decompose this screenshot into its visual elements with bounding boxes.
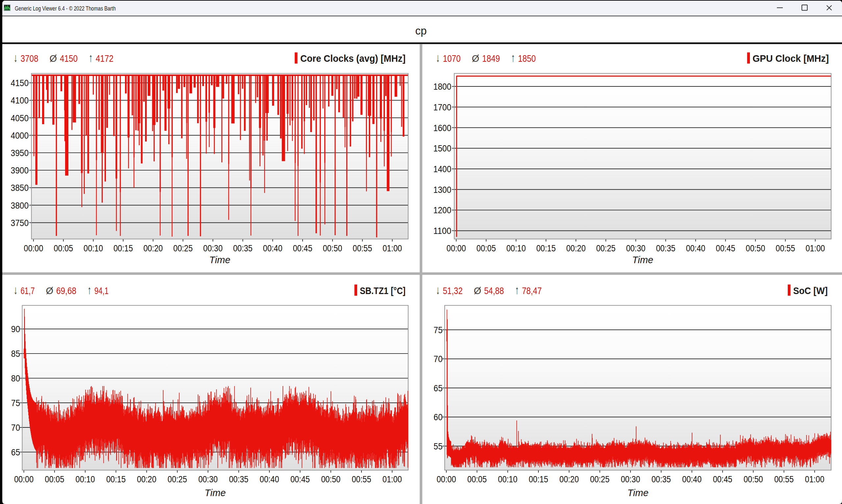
svg-text:55: 55 bbox=[433, 441, 442, 451]
svg-text:00:45: 00:45 bbox=[713, 474, 732, 484]
svg-text:78,47: 78,47 bbox=[522, 286, 542, 296]
svg-text:↑: ↑ bbox=[89, 51, 93, 65]
svg-text:00:40: 00:40 bbox=[686, 243, 705, 253]
svg-text:Ø: Ø bbox=[474, 286, 482, 296]
svg-text:00:20: 00:20 bbox=[137, 474, 156, 484]
svg-text:00:30: 00:30 bbox=[198, 474, 218, 484]
svg-text:54,88: 54,88 bbox=[484, 286, 504, 296]
svg-text:1200: 1200 bbox=[433, 205, 451, 215]
svg-text:00:05: 00:05 bbox=[54, 243, 73, 253]
svg-text:↑: ↑ bbox=[515, 283, 519, 297]
svg-text:01:00: 01:00 bbox=[805, 474, 824, 484]
svg-text:00:35: 00:35 bbox=[229, 474, 248, 484]
svg-text:00:50: 00:50 bbox=[323, 243, 342, 253]
svg-text:↓: ↓ bbox=[436, 283, 440, 297]
svg-text:00:00: 00:00 bbox=[14, 474, 34, 484]
svg-text:↓: ↓ bbox=[14, 51, 18, 65]
svg-text:SoC [W]: SoC [W] bbox=[793, 285, 828, 296]
svg-text:1100: 1100 bbox=[433, 226, 451, 236]
svg-text:00:55: 00:55 bbox=[776, 243, 795, 253]
svg-text:Generic Log Viewer 6.4 - © 20: Generic Log Viewer 6.4 - © 2022 Thomas B… bbox=[15, 5, 116, 12]
svg-text:Core Clocks (avg) [MHz]: Core Clocks (avg) [MHz] bbox=[300, 53, 406, 64]
svg-text:3750: 3750 bbox=[11, 218, 29, 228]
svg-text:1500: 1500 bbox=[433, 143, 451, 154]
svg-text:00:45: 00:45 bbox=[716, 243, 735, 253]
svg-text:00:25: 00:25 bbox=[168, 474, 187, 484]
svg-text:65: 65 bbox=[433, 383, 442, 393]
svg-text:61,7: 61,7 bbox=[21, 286, 35, 296]
svg-text:↑: ↑ bbox=[87, 283, 91, 297]
svg-text:3708: 3708 bbox=[21, 53, 38, 64]
svg-text:Time: Time bbox=[632, 255, 653, 265]
svg-text:80: 80 bbox=[11, 373, 20, 383]
svg-text:1800: 1800 bbox=[433, 82, 451, 92]
svg-text:GPU Clock [MHz]: GPU Clock [MHz] bbox=[753, 53, 829, 64]
svg-text:00:50: 00:50 bbox=[321, 474, 340, 484]
svg-text:00:15: 00:15 bbox=[529, 474, 548, 484]
svg-text:Time: Time bbox=[205, 488, 226, 498]
svg-text:60: 60 bbox=[433, 412, 442, 422]
svg-text:94,1: 94,1 bbox=[94, 286, 108, 296]
svg-text:00:10: 00:10 bbox=[498, 474, 517, 484]
svg-text:1070: 1070 bbox=[443, 53, 461, 64]
svg-text:3850: 3850 bbox=[11, 183, 29, 193]
svg-text:00:45: 00:45 bbox=[290, 474, 310, 484]
svg-text:↓: ↓ bbox=[14, 283, 18, 297]
svg-text:00:55: 00:55 bbox=[353, 243, 372, 253]
svg-text:85: 85 bbox=[11, 348, 20, 359]
svg-text:90: 90 bbox=[11, 324, 20, 334]
svg-text:00:20: 00:20 bbox=[566, 243, 586, 253]
svg-text:00:00: 00:00 bbox=[447, 243, 466, 253]
svg-text:3900: 3900 bbox=[11, 165, 29, 176]
svg-text:75: 75 bbox=[433, 325, 442, 335]
svg-text:00:00: 00:00 bbox=[24, 243, 43, 253]
svg-text:1400: 1400 bbox=[433, 164, 451, 174]
svg-text:Time: Time bbox=[627, 488, 648, 498]
svg-text:00:40: 00:40 bbox=[260, 474, 279, 484]
svg-text:1300: 1300 bbox=[433, 185, 451, 195]
svg-text:00:15: 00:15 bbox=[114, 243, 133, 253]
svg-text:00:40: 00:40 bbox=[263, 243, 282, 253]
svg-text:00:10: 00:10 bbox=[76, 474, 95, 484]
svg-text:4000: 4000 bbox=[11, 130, 29, 141]
svg-text:Ø: Ø bbox=[46, 286, 54, 296]
svg-text:4172: 4172 bbox=[96, 53, 114, 64]
svg-text:00:05: 00:05 bbox=[45, 474, 64, 484]
svg-text:↑: ↑ bbox=[511, 51, 515, 65]
svg-text:01:00: 01:00 bbox=[382, 474, 402, 484]
svg-text:3950: 3950 bbox=[11, 148, 29, 158]
svg-text:4150: 4150 bbox=[60, 53, 78, 64]
svg-text:1849: 1849 bbox=[482, 53, 500, 64]
svg-text:1850: 1850 bbox=[518, 53, 536, 64]
svg-text:70: 70 bbox=[433, 354, 442, 364]
svg-text:00:05: 00:05 bbox=[477, 243, 496, 253]
svg-text:Ø: Ø bbox=[50, 53, 57, 64]
svg-text:00:30: 00:30 bbox=[621, 474, 640, 484]
svg-text:51,32: 51,32 bbox=[443, 286, 463, 296]
svg-text:70: 70 bbox=[11, 422, 20, 433]
svg-text:SB.TZ1 [°C]: SB.TZ1 [°C] bbox=[360, 285, 406, 296]
svg-text:00:35: 00:35 bbox=[652, 474, 671, 484]
svg-text:00:25: 00:25 bbox=[173, 243, 193, 253]
svg-text:00:15: 00:15 bbox=[536, 243, 556, 253]
svg-text:00:10: 00:10 bbox=[506, 243, 526, 253]
svg-text:1600: 1600 bbox=[433, 123, 451, 133]
svg-text:4100: 4100 bbox=[11, 95, 29, 106]
svg-text:00:55: 00:55 bbox=[352, 474, 371, 484]
svg-text:00:35: 00:35 bbox=[233, 243, 253, 253]
svg-text:00:50: 00:50 bbox=[745, 243, 765, 253]
svg-text:75: 75 bbox=[11, 398, 20, 408]
svg-text:4050: 4050 bbox=[11, 113, 29, 123]
svg-text:69,68: 69,68 bbox=[56, 286, 76, 296]
svg-text:00:10: 00:10 bbox=[84, 243, 103, 253]
svg-text:00:00: 00:00 bbox=[437, 474, 456, 484]
svg-text:00:35: 00:35 bbox=[656, 243, 675, 253]
svg-text:00:30: 00:30 bbox=[203, 243, 223, 253]
svg-text:01:00: 01:00 bbox=[806, 243, 825, 253]
svg-text:00:20: 00:20 bbox=[143, 243, 163, 253]
svg-text:00:15: 00:15 bbox=[106, 474, 126, 484]
svg-text:Time: Time bbox=[209, 255, 230, 265]
svg-text:00:25: 00:25 bbox=[590, 474, 609, 484]
svg-text:00:25: 00:25 bbox=[596, 243, 615, 253]
svg-text:00:50: 00:50 bbox=[744, 474, 763, 484]
